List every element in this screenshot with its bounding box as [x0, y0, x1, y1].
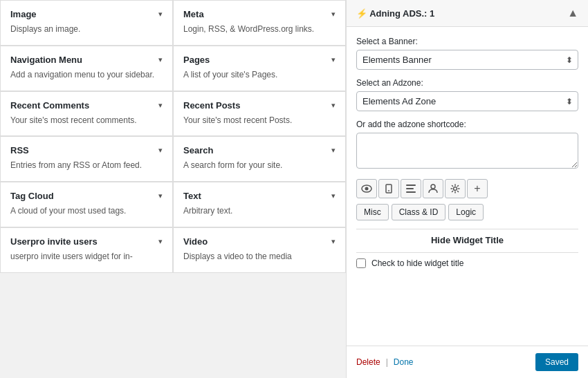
widget-desc-meta: Login, RSS, & WordPress.org links.: [183, 24, 314, 34]
widget-item-navigation-menu: Navigation Menu ▾ Add a navigation menu …: [0, 46, 173, 91]
panel-header: ⚡ Adning ADS.: 1 ▲: [347, 0, 588, 27]
widget-desc-image: Displays an image.: [10, 24, 80, 34]
svg-rect-2: [386, 185, 392, 193]
shortcode-label: Or add the adzone shortcode:: [356, 120, 578, 129]
widget-list: Image ▾ Displays an image. Meta ▾ Login,…: [0, 0, 346, 378]
panel-title: ⚡ Adning ADS.: 1: [356, 8, 434, 19]
select-adzone[interactable]: Elements Ad Zone Zone 1 Zone 2: [356, 91, 578, 111]
panel-body: Select a Banner: Elements Banner Banner …: [347, 27, 588, 346]
widget-grid: Image ▾ Displays an image. Meta ▾ Login,…: [0, 0, 346, 273]
widget-item-recent-comments: Recent Comments ▾ Your site's most recen…: [0, 91, 173, 137]
chevron-icon-pages[interactable]: ▾: [331, 55, 336, 64]
hide-widget-title-heading: Hide Widget Title: [356, 235, 578, 245]
tab-class-id[interactable]: Class & ID: [392, 204, 446, 220]
widget-desc-search: A search form for your site.: [183, 160, 282, 170]
select-banner-group: Select a Banner: Elements Banner Banner …: [356, 37, 578, 70]
widget-desc-recent-posts: Your site's most recent Posts.: [183, 115, 292, 125]
widget-item-search: Search ▾ A search form for your site.: [173, 136, 346, 182]
chevron-icon-meta[interactable]: ▾: [331, 10, 336, 19]
widget-title-meta: Meta: [183, 9, 204, 19]
chevron-icon-search[interactable]: ▾: [331, 146, 336, 155]
widget-title-recent-posts: Recent Posts: [183, 100, 240, 111]
chevron-icon-recent-posts[interactable]: ▾: [331, 101, 336, 110]
widget-item-rss: RSS ▾ Entries from any RSS or Atom feed.: [0, 136, 173, 182]
widget-item-tag-cloud: Tag Cloud ▾ A cloud of your most used ta…: [0, 182, 173, 227]
select-adzone-label: Select an Adzone:: [356, 78, 578, 88]
svg-point-7: [431, 185, 435, 189]
pipe-separator: |: [386, 357, 388, 367]
svg-rect-5: [406, 188, 414, 189]
adning-panel: ⚡ Adning ADS.: 1 ▲ Select a Banner: Elem…: [346, 0, 588, 378]
toolbar: +: [356, 179, 578, 198]
widget-desc-text: Arbitrary text.: [183, 206, 232, 216]
widget-item-recent-posts: Recent Posts ▾ Your site's most recent P…: [173, 91, 346, 137]
lightning-icon: ⚡: [356, 8, 367, 19]
widget-desc-tag-cloud: A cloud of your most used tags.: [10, 206, 126, 216]
widget-title-search: Search: [183, 145, 213, 155]
tab-misc[interactable]: Misc: [356, 204, 389, 220]
done-link[interactable]: Done: [394, 357, 414, 367]
tab-logic[interactable]: Logic: [448, 204, 484, 220]
toolbar-user-btn[interactable]: [423, 179, 443, 198]
toolbar-align-btn[interactable]: [401, 179, 421, 198]
footer-links: Delete | Done: [356, 357, 414, 367]
collapse-button[interactable]: ▲: [567, 7, 578, 19]
chevron-icon-rss[interactable]: ▾: [158, 146, 163, 155]
chevron-icon-recent-comments[interactable]: ▾: [158, 101, 163, 110]
widget-title-rss: RSS: [10, 145, 29, 155]
chevron-icon-image[interactable]: ▾: [158, 10, 163, 19]
toolbar-settings-btn[interactable]: [445, 179, 466, 198]
shortcode-group: Or add the adzone shortcode:: [356, 120, 578, 171]
widget-desc-recent-comments: Your site's most recent comments.: [10, 115, 137, 125]
svg-rect-4: [406, 185, 416, 186]
widget-item-meta: Meta ▾ Login, RSS, & WordPress.org links…: [173, 0, 346, 46]
toolbar-mobile-btn[interactable]: [378, 179, 399, 198]
saved-button[interactable]: Saved: [535, 353, 578, 371]
widget-title-userpro-invite: Userpro invite users: [10, 236, 98, 247]
hide-title-checkbox[interactable]: [356, 258, 366, 268]
svg-rect-6: [406, 191, 416, 193]
toolbar-view-btn[interactable]: [356, 179, 377, 198]
widget-desc-video: Displays a video to the media: [183, 252, 292, 261]
widget-title-image: Image: [10, 9, 37, 19]
chevron-icon-video[interactable]: ▾: [331, 237, 336, 246]
widget-item-text: Text ▾ Arbitrary text.: [173, 182, 346, 227]
widget-title-tag-cloud: Tag Cloud: [10, 191, 54, 201]
widget-title-video: Video: [183, 236, 208, 247]
widget-desc-pages: A list of your site's Pages.: [183, 70, 277, 79]
chevron-icon-userpro-invite[interactable]: ▾: [158, 237, 163, 246]
divider: [356, 229, 578, 229]
widget-item-video: Video ▾ Displays a video to the media: [173, 227, 346, 273]
shortcode-input[interactable]: [356, 133, 578, 169]
divider-2: [356, 252, 578, 253]
select-adzone-group: Select an Adzone: Elements Ad Zone Zone …: [356, 78, 578, 111]
chevron-icon-text[interactable]: ▾: [331, 191, 336, 200]
chevron-icon-navigation-menu[interactable]: ▾: [158, 55, 163, 64]
widget-desc-userpro-invite: userpro invite users widget for in-: [10, 252, 133, 261]
toolbar-add-btn[interactable]: +: [467, 179, 488, 198]
checkbox-label: Check to hide widget title: [371, 258, 463, 268]
widget-item-image: Image ▾ Displays an image.: [0, 0, 173, 46]
widget-item-pages: Pages ▾ A list of your site's Pages.: [173, 46, 346, 91]
widget-desc-rss: Entries from any RSS or Atom feed.: [10, 160, 142, 170]
checkbox-row: Check to hide widget title: [356, 258, 578, 268]
widget-item-userpro-invite: Userpro invite users ▾ userpro invite us…: [0, 227, 173, 273]
select-banner-wrapper: Elements Banner Banner 1 Banner 2 ⬍: [356, 50, 578, 70]
select-banner-label: Select a Banner:: [356, 37, 578, 46]
chevron-icon-tag-cloud[interactable]: ▾: [158, 191, 163, 200]
delete-link[interactable]: Delete: [356, 357, 380, 367]
svg-point-8: [454, 187, 457, 191]
widget-title-recent-comments: Recent Comments: [10, 100, 89, 111]
widget-title-text: Text: [183, 191, 201, 201]
select-banner[interactable]: Elements Banner Banner 1 Banner 2: [356, 50, 578, 70]
tabs-row: Misc Class & ID Logic: [356, 204, 578, 220]
widget-desc-navigation-menu: Add a navigation menu to your sidebar.: [10, 70, 154, 79]
panel-footer: Delete | Done Saved: [347, 346, 588, 378]
widget-title-pages: Pages: [183, 55, 210, 65]
svg-point-1: [365, 187, 369, 191]
widget-title-navigation-menu: Navigation Menu: [10, 55, 82, 65]
select-adzone-wrapper: Elements Ad Zone Zone 1 Zone 2 ⬍: [356, 91, 578, 111]
